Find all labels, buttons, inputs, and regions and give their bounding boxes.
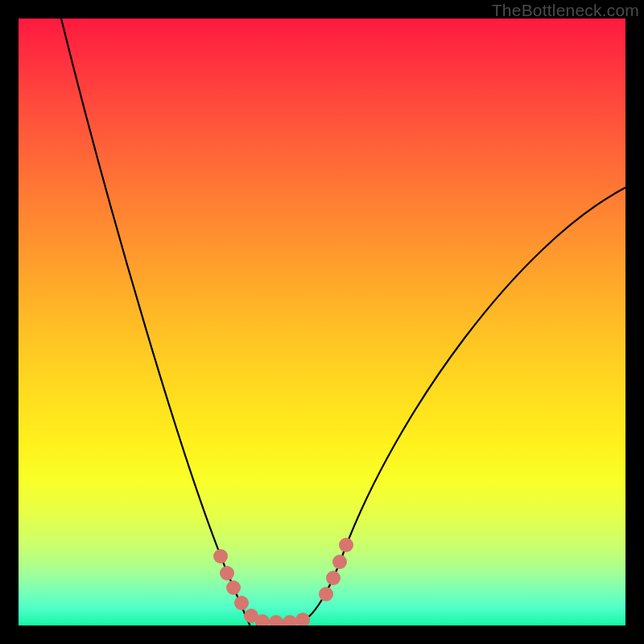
- curve-marker: [220, 566, 234, 580]
- curve-marker: [326, 571, 341, 585]
- curve-left-descent: [61, 19, 260, 625]
- curve-marker: [339, 538, 353, 552]
- curve-marker: [234, 596, 249, 610]
- marker-group: [213, 538, 353, 625]
- curve-marker: [269, 615, 283, 625]
- curve-marker: [283, 615, 297, 625]
- watermark-text: TheBottleneck.com: [492, 1, 639, 20]
- curve-marker: [213, 549, 228, 564]
- chart-area: [19, 19, 625, 625]
- curve-marker: [226, 580, 241, 595]
- curve-marker: [319, 587, 333, 601]
- curve-marker: [332, 555, 347, 569]
- curve-right-ascent: [300, 188, 625, 621]
- bottleneck-curve-svg: [19, 19, 625, 625]
- curve-marker: [295, 613, 310, 625]
